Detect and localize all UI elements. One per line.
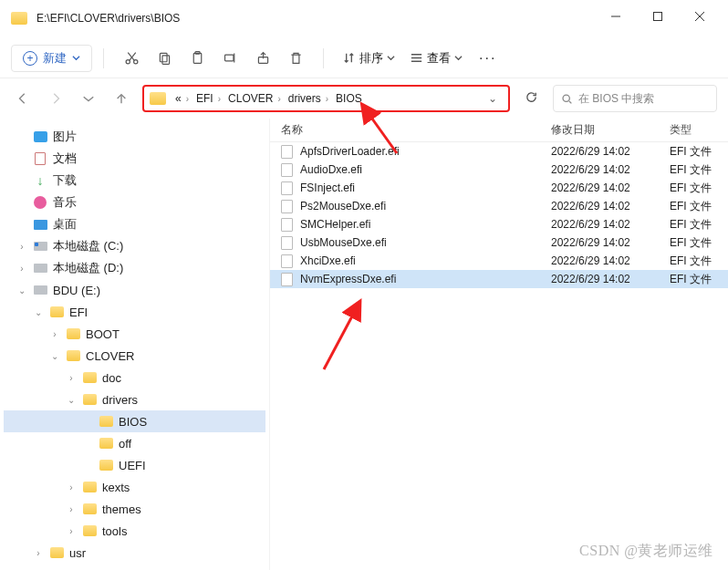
tree-item[interactable]: ›BOOT — [4, 323, 265, 345]
file-row[interactable]: UsbMouseDxe.efi2022/6/29 14:02EFI 文件 — [270, 233, 728, 252]
file-name: Ps2MouseDxe.efi — [300, 200, 386, 212]
rename-button[interactable] — [213, 42, 246, 75]
window-title: E:\EFI\CLOVER\drivers\BIOS — [36, 12, 595, 25]
item-label: drivers — [102, 393, 138, 407]
sort-label: 排序 — [359, 50, 383, 67]
tree-item[interactable]: ⌄BDU (E:) — [4, 279, 265, 301]
file-type: EFI 文件 — [659, 199, 728, 214]
item-icon — [33, 283, 47, 297]
tree-item[interactable]: ›themes — [4, 498, 265, 520]
item-icon — [49, 545, 64, 560]
watermark: CSDN @黄老师运维 — [579, 542, 713, 561]
view-button[interactable]: 查看 — [402, 47, 470, 70]
tree-item[interactable]: ›本地磁盘 (C:) — [4, 235, 265, 257]
col-type[interactable]: 类型 — [659, 122, 728, 138]
item-icon — [33, 130, 47, 144]
item-icon — [82, 523, 97, 538]
close-button[interactable] — [679, 2, 721, 31]
tree-item[interactable]: ⌄CLOVER — [4, 345, 265, 367]
expand-icon[interactable]: › — [16, 264, 27, 274]
tree-item[interactable]: ›doc — [4, 367, 265, 389]
search-input[interactable]: 在 BIOS 中搜索 — [553, 85, 717, 112]
share-button[interactable] — [246, 42, 279, 75]
breadcrumb-item[interactable]: EFI › — [192, 92, 224, 105]
sort-button[interactable]: 排序 — [335, 47, 402, 70]
delete-button[interactable] — [279, 42, 312, 75]
tree-item[interactable]: UEFI — [4, 454, 265, 476]
tree-item[interactable]: 桌面 — [4, 213, 265, 235]
expand-icon[interactable]: › — [16, 242, 27, 252]
breadcrumb-item[interactable]: BIOS — [332, 92, 366, 105]
expand-icon[interactable]: ⌄ — [49, 351, 60, 361]
file-icon — [281, 200, 293, 213]
file-row[interactable]: SMCHelper.efi2022/6/29 14:02EFI 文件 — [270, 215, 728, 233]
more-button[interactable]: ··· — [470, 50, 505, 67]
up-button[interactable] — [109, 87, 133, 110]
expand-icon[interactable]: ⌄ — [66, 395, 77, 405]
file-date: 2022/6/29 14:02 — [540, 145, 659, 158]
back-button[interactable] — [11, 87, 35, 110]
file-row[interactable]: ApfsDriverLoader.efi2022/6/29 14:02EFI 文… — [270, 142, 728, 161]
address-bar[interactable]: « › EFI › CLOVER › drivers › BIOS ⌄ — [142, 85, 510, 112]
file-row[interactable]: XhciDxe.efi2022/6/29 14:02EFI 文件 — [270, 252, 728, 270]
new-button[interactable]: + 新建 — [11, 45, 92, 72]
item-label: BIOS — [119, 415, 147, 429]
file-row[interactable]: FSInject.efi2022/6/29 14:02EFI 文件 — [270, 179, 728, 197]
copy-button[interactable] — [148, 42, 181, 75]
tree-item[interactable]: ›kexts — [4, 476, 265, 498]
item-label: 本地磁盘 (C:) — [53, 238, 123, 254]
expand-icon[interactable]: › — [66, 526, 77, 536]
item-label: usr — [69, 546, 86, 560]
file-name: FSInject.efi — [300, 181, 355, 194]
paste-button[interactable] — [181, 42, 213, 75]
folder-icon — [150, 92, 166, 105]
breadcrumb-item[interactable]: drivers › — [285, 92, 332, 105]
expand-icon[interactable]: › — [49, 329, 60, 339]
address-dropdown[interactable]: ⌄ — [483, 92, 503, 105]
tree-item[interactable]: 音乐 — [4, 192, 265, 213]
file-icon — [281, 145, 293, 159]
maximize-button[interactable] — [637, 2, 679, 31]
tree-item[interactable]: ↓下载 — [4, 170, 265, 192]
item-icon — [82, 502, 97, 516]
expand-icon[interactable]: ⌄ — [33, 307, 44, 317]
svg-point-1 — [126, 60, 130, 64]
file-name: UsbMouseDxe.efi — [300, 236, 387, 249]
item-icon — [33, 217, 47, 232]
item-icon — [66, 348, 80, 363]
breadcrumb-overflow[interactable]: « › — [172, 92, 192, 105]
svg-rect-7 — [224, 55, 233, 61]
breadcrumb-item[interactable]: CLOVER › — [224, 92, 285, 105]
tree-item[interactable]: 文档 — [4, 148, 265, 170]
item-label: BDU (E:) — [53, 284, 100, 297]
expand-icon[interactable]: › — [66, 482, 77, 492]
expand-icon[interactable]: › — [33, 548, 44, 558]
file-row[interactable]: NvmExpressDxe.efi2022/6/29 14:02EFI 文件 — [270, 270, 728, 288]
expand-icon[interactable]: › — [66, 504, 77, 514]
separator — [103, 48, 104, 68]
minimize-button[interactable] — [595, 2, 637, 31]
file-date: 2022/6/29 14:02 — [540, 200, 659, 212]
svg-point-2 — [133, 60, 137, 64]
item-icon — [33, 261, 47, 275]
col-name[interactable]: 名称 — [270, 122, 540, 138]
tree-item[interactable]: ⌄EFI — [4, 301, 265, 323]
item-label: 桌面 — [53, 216, 77, 233]
file-row[interactable]: Ps2MouseDxe.efi2022/6/29 14:02EFI 文件 — [270, 197, 728, 215]
tree-item[interactable]: ›usr — [4, 542, 265, 564]
expand-icon[interactable]: ⌄ — [16, 285, 27, 295]
cut-button[interactable] — [115, 42, 148, 75]
forward-button[interactable] — [44, 87, 68, 110]
history-button[interactable] — [77, 87, 100, 110]
tree-item[interactable]: off — [4, 432, 265, 454]
tree-item[interactable]: ›本地磁盘 (D:) — [4, 257, 265, 279]
tree-item[interactable]: 图片 — [4, 126, 265, 148]
tree-item[interactable]: ⌄drivers — [4, 389, 265, 410]
tree-item[interactable]: BIOS — [4, 410, 265, 432]
tree-item[interactable]: ›tools — [4, 520, 265, 542]
col-date[interactable]: 修改日期 — [540, 122, 659, 138]
refresh-button[interactable] — [519, 90, 544, 107]
chevron-down-icon — [454, 54, 463, 62]
file-row[interactable]: AudioDxe.efi2022/6/29 14:02EFI 文件 — [270, 161, 728, 179]
expand-icon[interactable]: › — [66, 373, 77, 383]
